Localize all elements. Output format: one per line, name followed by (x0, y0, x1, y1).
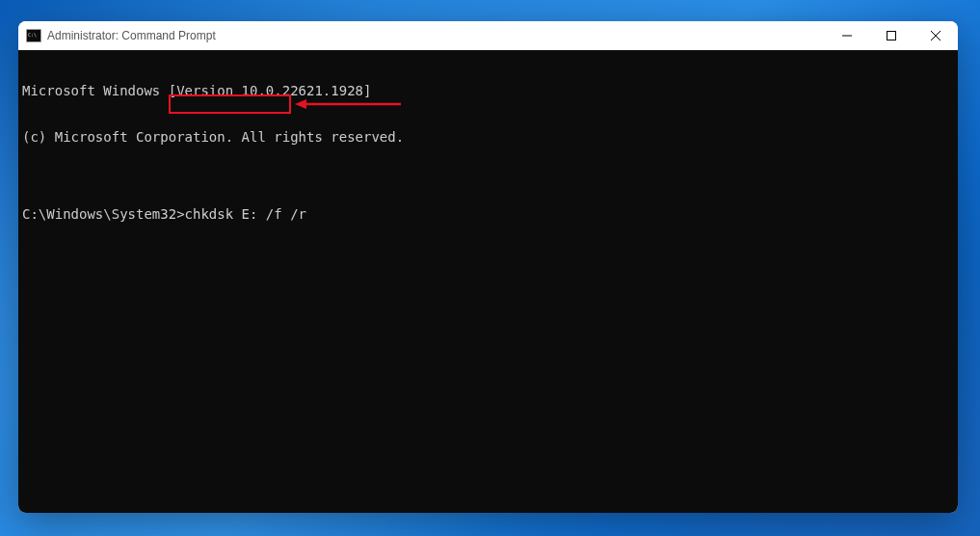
minimize-button[interactable] (825, 21, 869, 50)
svg-marker-5 (295, 99, 306, 109)
titlebar[interactable]: Administrator: Command Prompt (18, 21, 958, 50)
svg-rect-1 (887, 32, 896, 40)
close-icon (931, 31, 940, 40)
terminal-area[interactable]: Microsoft Windows [Version 10.0.22621.19… (18, 50, 958, 513)
minimize-icon (842, 31, 852, 40)
typed-command: chkdsk E: /f /r (185, 206, 306, 222)
copyright-line: (c) Microsoft Corporation. All rights re… (22, 129, 954, 145)
arrow-annotation (295, 96, 401, 112)
maximize-icon (887, 31, 896, 40)
prompt-line: C:\Windows\System32>chkdsk E: /f /r (22, 206, 954, 222)
close-button[interactable] (914, 21, 958, 50)
prompt-path: C:\Windows\System32> (22, 206, 185, 222)
cmd-icon (26, 29, 41, 42)
window-controls (825, 21, 958, 50)
version-line: Microsoft Windows [Version 10.0.22621.19… (22, 83, 954, 98)
maximize-button[interactable] (869, 21, 914, 50)
window-title: Administrator: Command Prompt (47, 29, 825, 42)
command-prompt-window: Administrator: Command Prompt Microso (18, 21, 958, 513)
